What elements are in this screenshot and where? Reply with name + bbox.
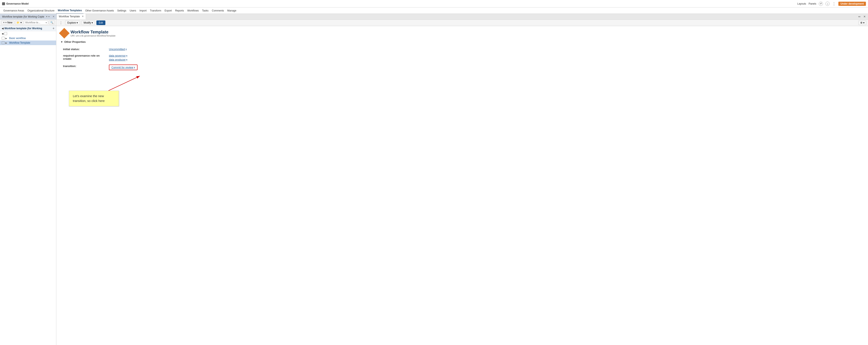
nav-governance-areas[interactable]: Governance Areas bbox=[2, 7, 26, 14]
entity-icon bbox=[59, 28, 70, 39]
uncommitted-chevron-icon: ▾ bbox=[126, 48, 127, 50]
nav-settings[interactable]: Settings bbox=[116, 7, 128, 14]
search-container: ▾ bbox=[24, 21, 48, 25]
data-producer-link[interactable]: data producer ▾ bbox=[109, 58, 127, 61]
app-title: Governance Model bbox=[6, 2, 29, 5]
entity-title-group: Workflow Template URI: um:x-tb-governanc… bbox=[70, 30, 116, 37]
nav-export[interactable]: Export bbox=[163, 7, 174, 14]
nav-manage[interactable]: Manage bbox=[225, 7, 238, 14]
modify-button[interactable]: Modify ▾ bbox=[82, 21, 95, 25]
initial-status-label: initial status: bbox=[61, 46, 106, 52]
right-toolbar: ⋮ Explore ▾ Modify ▾ Edit ⚙ ▾ bbox=[56, 20, 868, 26]
properties-table: initial status: Uncommitted ▾ required g… bbox=[61, 46, 864, 72]
nav-transform[interactable]: Transform bbox=[148, 7, 163, 14]
transition-row: transition: Commit for review ▾ bbox=[61, 63, 864, 72]
nav-workflow-templates[interactable]: Workflow Templates bbox=[56, 7, 84, 14]
search-button[interactable]: 🔍 bbox=[49, 21, 55, 25]
nav-org-structure[interactable]: Organizational Structure bbox=[26, 7, 56, 14]
right-toolbar-left: ⋮ Explore ▾ Modify ▾ Edit bbox=[58, 21, 105, 25]
new-button[interactable]: + + New bbox=[1, 21, 14, 25]
data-producer-chevron-icon: ▾ bbox=[126, 58, 127, 61]
workflow-template-label: Workflow Template bbox=[9, 41, 30, 44]
close-panel-button[interactable]: ✕ bbox=[862, 15, 867, 19]
layouts-button[interactable]: Layouts bbox=[797, 2, 806, 5]
entity-header: Workflow Template URI: um:x-tb-governanc… bbox=[61, 29, 864, 37]
section-header[interactable]: ▼ Other Properties bbox=[61, 40, 864, 44]
expand-basic-workflow-icon[interactable]: ▶ bbox=[5, 37, 8, 39]
more-menu-icon[interactable]: ⋮ bbox=[832, 1, 836, 6]
basic-workflow-checkbox[interactable] bbox=[2, 37, 5, 40]
edit-button[interactable]: Edit bbox=[96, 21, 105, 25]
tree-item-basic-workflow[interactable]: ▶ Basic workflow bbox=[0, 36, 56, 40]
expand-panel-button[interactable]: ⇔ bbox=[857, 15, 862, 19]
tab-close-detail[interactable]: ✕ bbox=[82, 15, 84, 18]
governance-role-label: required governance role on create: bbox=[61, 52, 106, 63]
left-arrow-icon: ◀ bbox=[2, 32, 3, 35]
nav-tasks[interactable]: Tasks bbox=[200, 7, 210, 14]
three-dots-menu[interactable]: ⋮ bbox=[58, 21, 64, 25]
explore-button[interactable]: Explore ▾ bbox=[65, 21, 80, 25]
home-icon[interactable]: ⌂ bbox=[826, 2, 830, 6]
commit-for-review-chevron-icon: ▾ bbox=[134, 66, 135, 68]
tab-icons: ▾ ⇔ bbox=[46, 15, 50, 18]
basic-workflow-label: Basic workflow bbox=[9, 37, 26, 40]
right-panel: ⋮ Explore ▾ Modify ▾ Edit ⚙ ▾ bbox=[56, 20, 868, 345]
panels-button[interactable]: Panels bbox=[809, 2, 816, 5]
data-governor-link[interactable]: data governor ▾ bbox=[109, 54, 127, 57]
left-toolbar: + + New 📁 ▾ ▾ 🔍 bbox=[0, 20, 56, 26]
transition-label: transition: bbox=[61, 63, 106, 72]
initial-status-value: Uncommitted ▾ bbox=[106, 46, 864, 52]
nav-workflows[interactable]: Workflows bbox=[185, 7, 200, 14]
tab-expand-icon[interactable]: ⇔ bbox=[48, 15, 50, 18]
left-panel: + + New 📁 ▾ ▾ 🔍 ◀ Workflow template (for… bbox=[0, 20, 56, 345]
nav-import[interactable]: Import bbox=[138, 7, 148, 14]
tab-label-list: Workflow template (for Working Copie bbox=[2, 15, 44, 18]
data-governor-chevron-icon: ▾ bbox=[126, 55, 127, 57]
plus-icon: + bbox=[3, 21, 5, 24]
nav-reports[interactable]: Reports bbox=[174, 7, 185, 14]
undo-icon[interactable]: ↺ bbox=[819, 2, 823, 6]
dropdown-arrow-icon: ▾ bbox=[46, 22, 47, 24]
tree-header-text: Workflow template (for Working bbox=[4, 27, 42, 30]
entity-uri: URI: um:x-tb-governance:WorkflowTemplate bbox=[70, 34, 116, 37]
entity-title: Workflow Template bbox=[70, 30, 116, 34]
tab-label-detail: Workflow Template bbox=[59, 15, 80, 18]
tab-workflow-template-detail[interactable]: Workflow Template ✕ bbox=[57, 14, 86, 20]
svg-line-1 bbox=[108, 76, 140, 91]
folder-button[interactable]: 📁 ▾ bbox=[15, 21, 23, 25]
workflow-template-checkbox[interactable] bbox=[2, 41, 5, 44]
transition-highlight-box: Commit for review ▾ bbox=[109, 64, 137, 70]
edit-label: Edit bbox=[99, 21, 103, 24]
governance-role-row: required governance role on create: data… bbox=[61, 52, 864, 63]
annotation-area: Let's examine the new transition, so cli… bbox=[69, 91, 119, 106]
search-input[interactable] bbox=[25, 21, 46, 24]
tree-header-arrow: ◀ bbox=[2, 27, 4, 30]
initial-status-row: initial status: Uncommitted ▾ bbox=[61, 46, 864, 52]
new-label: + New bbox=[5, 21, 12, 24]
other-properties-section: ▼ Other Properties initial status: Uncom… bbox=[61, 40, 864, 72]
tab-close-list[interactable]: ✕ bbox=[53, 15, 55, 18]
tab-workflow-template-list[interactable]: Workflow template (for Working Copie ▾ ⇔… bbox=[0, 14, 57, 20]
expand-workflow-template-icon[interactable]: ▶ bbox=[5, 42, 8, 44]
section-collapse-icon: ▼ bbox=[61, 40, 63, 44]
nav-other-assets[interactable]: Other Governance Assets bbox=[84, 7, 115, 14]
dev-badge[interactable]: Under development bbox=[838, 2, 866, 6]
tree-item-workflow-template[interactable]: ▶ Workflow Template bbox=[0, 40, 56, 45]
right-toolbar-right: ⚙ ▾ bbox=[859, 21, 866, 25]
uncommitted-link[interactable]: Uncommitted ▾ bbox=[109, 48, 127, 51]
commit-for-review-link[interactable]: Commit for review ▾ bbox=[112, 66, 135, 69]
callout-box: Let's examine the new transition, so cli… bbox=[69, 91, 119, 106]
top-bar: Governance Model Layouts Panels ↺ ⌂ ⋮ Un… bbox=[0, 0, 868, 7]
nav-comments[interactable]: Comments bbox=[210, 7, 225, 14]
tree-root-checkbox[interactable]: ◀ bbox=[0, 31, 56, 36]
main-layout: + + New 📁 ▾ ▾ 🔍 ◀ Workflow template (for… bbox=[0, 20, 868, 345]
nav-users[interactable]: Users bbox=[128, 7, 138, 14]
explore-chevron-icon: ▾ bbox=[76, 21, 78, 24]
gear-settings-button[interactable]: ⚙ ▾ bbox=[859, 21, 866, 25]
transition-value: Commit for review ▾ bbox=[106, 63, 864, 72]
tree-header-add-icon[interactable]: + bbox=[53, 27, 55, 30]
corner-buttons: ⇔ ✕ bbox=[857, 15, 867, 19]
modify-label: Modify bbox=[84, 21, 91, 24]
root-checkbox[interactable] bbox=[4, 32, 7, 35]
section-title: Other Properties bbox=[64, 40, 86, 44]
